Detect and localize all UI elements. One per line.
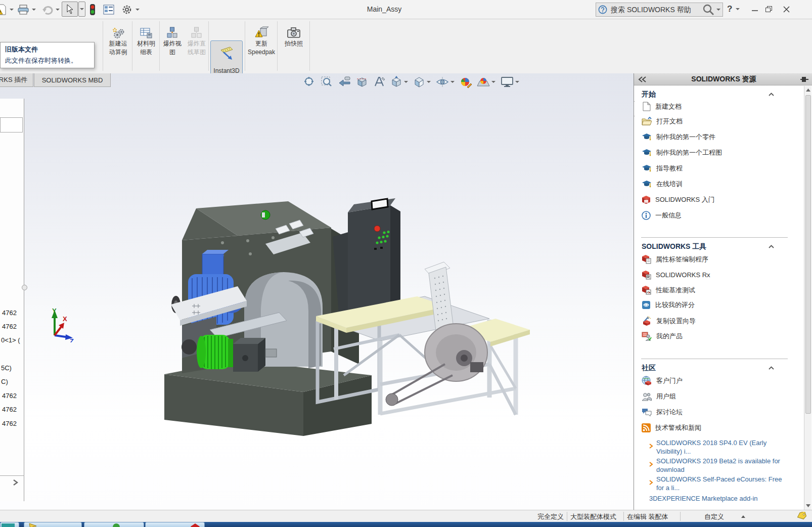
exploded-view-button[interactable]: 爆炸视 图	[160, 22, 185, 71]
graphics-viewport[interactable]: 4762 4762 0<1> ( 5C) C) 4762 4762 4762 Y…	[0, 73, 634, 510]
pin-icon[interactable]	[797, 75, 808, 83]
tree-item-fragment[interactable]: 4762	[2, 323, 17, 330]
taskbar-app-3[interactable]	[84, 522, 144, 527]
news-link[interactable]: 3DEXPERIENCE Marketplace add-in	[649, 494, 758, 503]
section-collapse-icon[interactable]	[769, 93, 774, 96]
model-green-motor[interactable]	[197, 335, 233, 369]
search-box[interactable]	[596, 3, 723, 17]
tree-item-fragment[interactable]: 0<1> (	[1, 336, 20, 344]
hide-show-items-button[interactable]	[436, 76, 455, 88]
taskpane-item-online-training[interactable]: 在线培训	[642, 180, 683, 189]
sidetab-file-explorer[interactable]	[634, 134, 634, 149]
item-label: 技术警戒和新闻	[655, 423, 701, 432]
tree-item-fragment[interactable]: C)	[1, 378, 8, 385]
view-settings-button[interactable]	[501, 76, 519, 88]
print-button[interactable]	[17, 3, 36, 16]
apply-scene-button[interactable]	[477, 76, 495, 88]
taskpane-item-solidworks-rx[interactable]: SOLIDWORKS Rx	[642, 270, 710, 280]
model-control-cabinet[interactable]	[348, 198, 400, 314]
search-scope-dropdown-icon[interactable]	[716, 9, 720, 11]
search-icon[interactable]	[702, 4, 715, 16]
tab-solidworks-mbd[interactable]: SOLIDWORKS MBD	[34, 73, 111, 87]
update-speedpak-button[interactable]: 更新 Speedpak	[246, 22, 277, 71]
taskbar-app-2[interactable]	[24, 522, 82, 527]
tag-icon[interactable]	[797, 512, 807, 520]
tree-item-fragment[interactable]: 5C)	[1, 364, 12, 372]
feature-tree-strip[interactable]	[0, 99, 24, 501]
previous-view-icon[interactable]	[338, 76, 351, 88]
item-label: 复制设置向导	[656, 317, 696, 326]
taskpane-item-tech-alerts[interactable]: 技术警戒和新闻	[642, 423, 701, 432]
taskpane-item-customer-portal[interactable]: 客户门户	[642, 376, 683, 385]
status-customize[interactable]: 自定义	[704, 512, 724, 521]
tab-solidworks-addins[interactable]: RKS 插件	[0, 73, 33, 87]
new-motion-study-button[interactable]: 新建运 动算例	[104, 22, 132, 71]
file-properties-button[interactable]	[103, 3, 114, 16]
sidetab-resources[interactable]	[634, 101, 635, 116]
section-view-icon[interactable]	[356, 76, 368, 88]
taskpane-item-first-drawing[interactable]: 制作我的第一个工程图	[642, 148, 722, 157]
collapse-pane-icon[interactable]	[637, 76, 650, 83]
scroll-down-icon[interactable]	[804, 502, 812, 509]
scroll-up-icon[interactable]	[804, 87, 812, 94]
taskpane-item-first-part[interactable]: 制作我的第一个零件	[642, 133, 715, 142]
taskpane-item-tutorials[interactable]: 指导教程	[642, 164, 683, 173]
taskpane-item-open-document[interactable]: 打开文档	[642, 117, 683, 126]
tree-item-fragment[interactable]: 4762	[2, 406, 17, 413]
tree-strip-divider	[0, 475, 24, 476]
sidetab-design-library[interactable]	[634, 117, 634, 133]
section-collapse-icon[interactable]	[769, 366, 774, 370]
tree-strip-expand-chevron-icon[interactable]	[12, 479, 19, 486]
assembly-model[interactable]	[162, 197, 536, 440]
help-menu-button[interactable]: ?	[727, 4, 740, 14]
restore-button[interactable]	[761, 2, 777, 16]
taskpane-item-copy-settings[interactable]: 复制设置向导	[642, 316, 696, 326]
taskpane-item-benchmark[interactable]: 性能基准测试	[642, 285, 695, 295]
tree-item-fragment[interactable]: 4762	[2, 392, 17, 400]
taskpane-scrollbar[interactable]	[804, 86, 811, 510]
taskpane-item-my-products[interactable]: 我的产品	[642, 332, 683, 341]
taskpane-item-user-groups[interactable]: 用户组	[642, 392, 676, 401]
tree-item-fragment[interactable]: 4762	[2, 420, 17, 427]
section-collapse-icon[interactable]	[769, 245, 774, 248]
scrollbar-thumb[interactable]	[805, 95, 811, 414]
explode-line-sketch-button[interactable]: 爆炸直 线草图	[185, 22, 208, 71]
sidetab-custom-properties[interactable]	[634, 182, 634, 197]
old-version-file-button[interactable]	[0, 3, 14, 16]
taskpane-item-general-info[interactable]: 一般信息	[642, 211, 682, 220]
minimize-button[interactable]	[747, 2, 762, 16]
search-input[interactable]	[610, 5, 702, 14]
edit-appearance-icon[interactable]	[460, 76, 472, 88]
zoom-to-area-icon[interactable]	[321, 76, 333, 88]
options-button[interactable]	[121, 3, 140, 16]
undo-button[interactable]	[41, 3, 60, 16]
annotations-icon[interactable]	[373, 76, 385, 88]
news-link[interactable]: SOLIDWORKS 2018 SP4.0 EV (EarlyVisibilit…	[649, 438, 766, 456]
close-button[interactable]	[779, 2, 794, 16]
status-large-assembly-mode: 大型装配体模式	[570, 512, 616, 521]
display-style-button[interactable]	[413, 76, 431, 88]
news-link[interactable]: SOLIDWORKS 2019 Beta2 is available fordo…	[649, 457, 780, 474]
sidetab-view-palette[interactable]	[634, 150, 634, 165]
taskpane-item-discussion-forum[interactable]: 探讨论坛	[642, 408, 683, 417]
take-snapshot-button[interactable]: 拍快照	[279, 22, 308, 71]
sidetab-appearances[interactable]	[634, 166, 634, 181]
news-link[interactable]: SOLIDWORKS Self-Paced eCourses: Freefor …	[649, 475, 782, 492]
tree-item-fragment[interactable]: 4762	[2, 309, 17, 317]
select-tool-button[interactable]	[62, 2, 78, 17]
feature-tree-filter-box[interactable]	[0, 117, 23, 133]
bill-of-materials-button[interactable]: 材料明 细表	[133, 22, 159, 71]
view-orientation-button[interactable]	[390, 76, 408, 88]
zoom-to-fit-icon[interactable]	[303, 76, 315, 88]
customize-arrow-icon[interactable]	[741, 515, 746, 519]
taskpane-item-property-tab-builder[interactable]: 属性标签编制程序	[642, 254, 708, 264]
select-tool-dropdown[interactable]	[78, 2, 85, 17]
taskbar-app-1[interactable]	[0, 522, 19, 527]
sidetab-forum[interactable]	[634, 198, 634, 213]
taskpane-item-compare-scores[interactable]: 比较我的评分	[642, 300, 695, 310]
taskbar-app-4[interactable]	[145, 522, 205, 527]
pane-splitter-handle[interactable]	[22, 285, 27, 290]
taskpane-item-sw-intro[interactable]: SOLIDWORKS 入门	[642, 195, 715, 204]
taskpane-item-new-document[interactable]: 新建文档	[643, 102, 682, 111]
rebuild-button[interactable]	[89, 3, 96, 16]
